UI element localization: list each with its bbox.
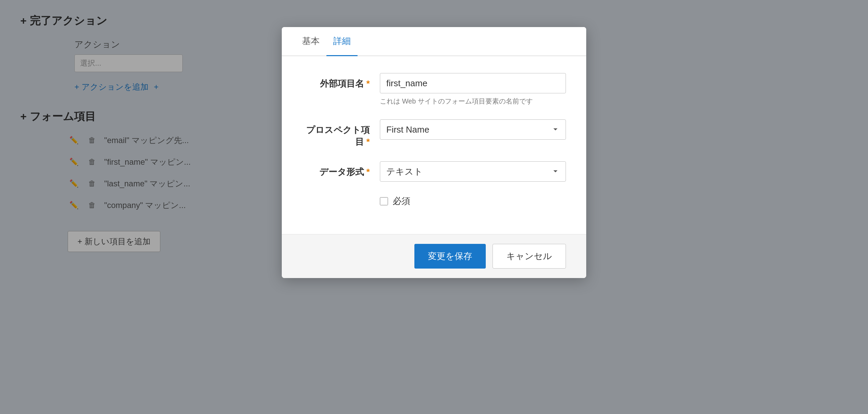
tab-detail[interactable]: 詳細: [326, 27, 358, 56]
external-field-content: これは Web サイトのフォーム項目要素の名前です: [380, 73, 566, 106]
prospect-field-label: プロスペクト項目 *: [302, 119, 370, 148]
data-format-select[interactable]: テキスト 数値 日付 ブール値: [380, 161, 566, 182]
modal-overlay: 基本 詳細 外部項目名 * これは Web サイトのフォーム項目要素の名前です: [0, 0, 868, 414]
modal-body: 外部項目名 * これは Web サイトのフォーム項目要素の名前です プロスペクト…: [282, 56, 586, 234]
required-checkbox-content: 必須: [380, 195, 566, 207]
prospect-field-required-star: *: [366, 137, 370, 147]
prospect-field-select[interactable]: First Name Last Name Email Company: [380, 119, 566, 140]
data-format-required-star: *: [366, 167, 370, 177]
external-field-required-star: *: [366, 78, 370, 89]
prospect-field-content: First Name Last Name Email Company: [380, 119, 566, 140]
required-checkbox-spacer: [302, 195, 370, 200]
required-checkbox-container: 必須: [380, 195, 566, 207]
modal-dialog: 基本 詳細 外部項目名 * これは Web サイトのフォーム項目要素の名前です: [282, 27, 586, 278]
data-format-content: テキスト 数値 日付 ブール値: [380, 161, 566, 182]
required-checkbox-label[interactable]: 必須: [393, 195, 410, 207]
save-button[interactable]: 変更を保存: [414, 244, 486, 269]
required-checkbox-row: 必須: [302, 195, 566, 207]
prospect-field-row: プロスペクト項目 * First Name Last Name Email Co…: [302, 119, 566, 148]
required-checkbox-input[interactable]: [380, 197, 388, 205]
external-field-row: 外部項目名 * これは Web サイトのフォーム項目要素の名前です: [302, 73, 566, 106]
modal-tabs: 基本 詳細: [282, 27, 586, 56]
modal-footer: 変更を保存 キャンセル: [282, 234, 586, 278]
external-field-input[interactable]: [380, 73, 566, 93]
data-format-row: データ形式 * テキスト 数値 日付 ブール値: [302, 161, 566, 182]
cancel-button[interactable]: キャンセル: [493, 244, 566, 269]
external-field-label: 外部項目名 *: [302, 73, 370, 90]
external-field-hint: これは Web サイトのフォーム項目要素の名前です: [380, 97, 566, 106]
tab-basic[interactable]: 基本: [295, 27, 326, 56]
data-format-label: データ形式 *: [302, 161, 370, 178]
